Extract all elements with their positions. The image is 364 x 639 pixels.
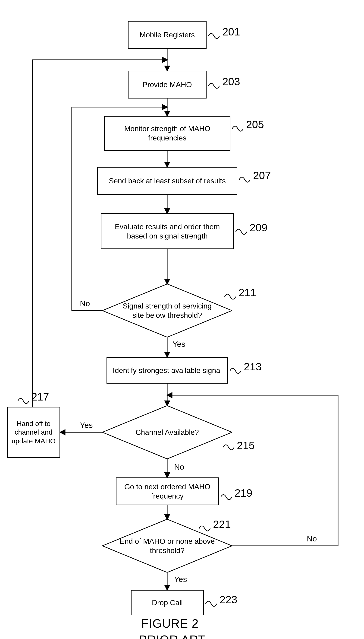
node-monitor-strength: Monitor strength of MAHO frequencies: [104, 116, 230, 151]
node-label: Go to next ordered MAHO frequency: [120, 482, 215, 501]
ref-211: 211: [238, 286, 256, 299]
leader-squiggle: [231, 123, 245, 134]
ref-209: 209: [250, 221, 268, 234]
ref-219: 219: [234, 487, 252, 499]
ref-223: 223: [220, 593, 237, 606]
leader-squiggle: [207, 30, 221, 42]
figure-caption: FIGURE 2: [141, 616, 199, 630]
ref-201: 201: [222, 26, 240, 38]
ref-213: 213: [244, 361, 262, 373]
node-label: Mobile Registers: [140, 30, 195, 39]
leader-squiggle: [224, 291, 237, 302]
figure-subcaption: PRIOR ART: [139, 633, 206, 639]
node-hand-off-update-maho: Hand off to channel and update MAHO: [7, 407, 60, 458]
decision-signal-strength-below-threshold: Signal strength of servicing site below …: [102, 284, 232, 337]
node-label: Signal strength of servicing site below …: [116, 301, 218, 320]
ref-207: 207: [253, 169, 271, 182]
leader-squiggle: [204, 598, 218, 609]
decision-end-of-maho: End of MAHO or none above threshold?: [102, 519, 232, 572]
edge-label-no: No: [307, 534, 317, 543]
edge-label-no: No: [80, 299, 90, 308]
ref-203: 203: [222, 75, 240, 88]
node-label: Identify strongest available signal: [113, 366, 222, 375]
ref-221: 221: [213, 518, 231, 530]
edge-label-yes: Yes: [172, 340, 185, 349]
node-label: Monitor strength of MAHO frequencies: [108, 124, 226, 143]
node-label: Channel Available?: [136, 428, 199, 437]
leader-squiggle: [207, 80, 221, 92]
leader-squiggle: [220, 491, 234, 503]
ref-217: 217: [31, 391, 49, 403]
node-send-back-results: Send back at least subset of results: [97, 167, 237, 195]
node-evaluate-results: Evaluate results and order them based on…: [101, 213, 234, 249]
ref-215: 215: [237, 439, 255, 452]
leader-squiggle: [222, 442, 236, 453]
node-next-ordered-maho: Go to next ordered MAHO frequency: [116, 477, 219, 505]
flowchart-canvas: Mobile Registers Provide MAHO Monitor st…: [0, 0, 364, 639]
node-mobile-registers: Mobile Registers: [128, 21, 206, 49]
node-label: Provide MAHO: [142, 80, 192, 89]
node-provide-maho: Provide MAHO: [128, 71, 206, 99]
edge-label-no: No: [174, 462, 184, 471]
decision-channel-available: Channel Available?: [102, 406, 232, 459]
leader-squiggle: [238, 174, 252, 185]
edge-label-yes: Yes: [174, 575, 187, 584]
node-label: Evaluate results and order them based on…: [105, 222, 230, 241]
node-label: Send back at least subset of results: [109, 176, 226, 185]
ref-205: 205: [246, 118, 264, 131]
node-drop-call: Drop Call: [131, 590, 204, 615]
leader-squiggle: [229, 365, 243, 377]
node-label: Hand off to channel and update MAHO: [11, 419, 56, 445]
node-label: End of MAHO or none above threshold?: [116, 537, 218, 555]
leader-squiggle: [198, 523, 212, 534]
node-identify-strongest-signal: Identify strongest available signal: [106, 357, 228, 384]
leader-squiggle: [17, 395, 30, 407]
leader-squiggle: [234, 226, 248, 238]
edge-label-yes: Yes: [80, 421, 92, 430]
node-label: Drop Call: [152, 598, 183, 607]
